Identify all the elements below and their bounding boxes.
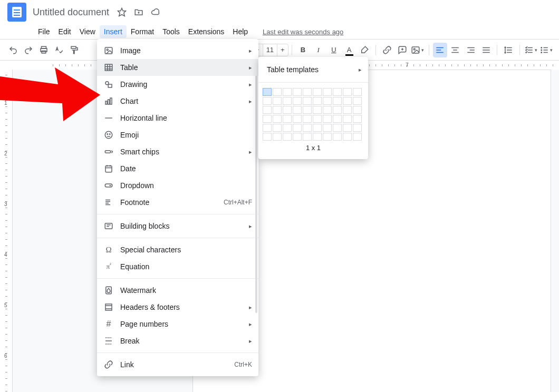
table-grid-cell[interactable]	[283, 97, 292, 105]
insert-image-button[interactable]: ▾	[410, 43, 425, 57]
align-left-button[interactable]	[433, 43, 447, 57]
text-color-button[interactable]: A	[342, 43, 356, 57]
table-grid-cell[interactable]	[353, 97, 362, 105]
table-grid-cell[interactable]	[273, 88, 282, 96]
font-size-increase[interactable]: +	[277, 46, 288, 54]
table-grid-cell[interactable]	[323, 88, 332, 96]
table-grid-cell[interactable]	[343, 133, 352, 141]
table-grid-cell[interactable]	[353, 115, 362, 123]
table-grid-cell[interactable]	[263, 97, 272, 105]
table-grid-cell[interactable]	[333, 124, 342, 132]
print-button[interactable]	[36, 43, 51, 57]
insert-menu-item[interactable]: Smart chips▸	[97, 143, 258, 160]
table-grid-cell[interactable]	[343, 124, 352, 132]
table-grid-cell[interactable]	[313, 115, 322, 123]
add-comment-button[interactable]	[395, 43, 409, 57]
move-to-folder-icon[interactable]	[132, 7, 145, 17]
table-grid-cell[interactable]	[343, 88, 352, 96]
table-grid-cell[interactable]	[313, 133, 322, 141]
menu-insert[interactable]: Insert	[100, 25, 127, 38]
checklist-button[interactable]: ▾	[524, 43, 538, 57]
table-grid-cell[interactable]	[313, 124, 322, 132]
table-grid-cell[interactable]	[323, 115, 332, 123]
table-grid-cell[interactable]	[343, 97, 352, 105]
menu-tools[interactable]: Tools	[158, 25, 184, 38]
underline-button[interactable]: U	[326, 43, 341, 57]
table-grid-cell[interactable]	[283, 115, 292, 123]
table-grid-cell[interactable]	[283, 133, 292, 141]
document-title[interactable]: Untitled document	[33, 7, 109, 18]
line-spacing-button[interactable]	[501, 43, 515, 57]
table-grid-cell[interactable]	[273, 133, 282, 141]
table-grid-cell[interactable]	[303, 124, 312, 132]
insert-menu-item[interactable]: #Page numbers▸	[97, 316, 258, 332]
table-grid-cell[interactable]	[303, 106, 312, 114]
menu-edit[interactable]: Edit	[54, 25, 75, 38]
insert-menu-item[interactable]: Building blocks▸	[97, 218, 258, 234]
table-grid-cell[interactable]	[273, 115, 282, 123]
table-grid-cell[interactable]	[263, 133, 272, 141]
table-grid-cell[interactable]	[273, 124, 282, 132]
table-grid-cell[interactable]	[343, 115, 352, 123]
undo-button[interactable]	[6, 43, 20, 57]
insert-menu-item[interactable]: Chart▸	[97, 93, 258, 110]
table-grid-cell[interactable]	[333, 115, 342, 123]
insert-menu-item[interactable]: FootnoteCtrl+Alt+F	[97, 194, 258, 211]
table-grid-cell[interactable]	[283, 124, 292, 132]
insert-menu-item[interactable]: LinkCtrl+K	[97, 356, 258, 373]
insert-menu-item[interactable]: Drawing▸	[97, 76, 258, 93]
insert-link-button[interactable]	[380, 43, 394, 57]
align-right-button[interactable]	[464, 43, 478, 57]
table-grid-cell[interactable]	[343, 106, 352, 114]
spellcheck-button[interactable]	[52, 43, 66, 57]
menu-help[interactable]: Help	[228, 25, 252, 38]
table-grid-cell[interactable]	[303, 115, 312, 123]
insert-menu-item[interactable]: Table▸	[97, 59, 258, 76]
table-grid-cell[interactable]	[283, 88, 292, 96]
table-grid-cell[interactable]	[333, 97, 342, 105]
insert-menu-item[interactable]: Date	[97, 160, 258, 177]
table-grid-cell[interactable]	[353, 133, 362, 141]
italic-button[interactable]: I	[311, 43, 325, 57]
table-grid-cell[interactable]	[353, 106, 362, 114]
table-grid-cell[interactable]	[263, 106, 272, 114]
table-grid-cell[interactable]	[333, 88, 342, 96]
insert-menu-item[interactable]: Watermark	[97, 282, 258, 299]
insert-menu-item[interactable]: Emoji	[97, 126, 258, 143]
insert-menu-item[interactable]: ΩSpecial characters	[97, 241, 258, 258]
table-grid-cell[interactable]	[353, 124, 362, 132]
menu-view[interactable]: View	[75, 25, 100, 38]
insert-menu-item[interactable]: Headers & footers▸	[97, 299, 258, 316]
highlight-color-button[interactable]	[358, 43, 372, 57]
document-outline-button[interactable]	[19, 84, 30, 95]
table-grid-cell[interactable]	[333, 133, 342, 141]
table-grid-cell[interactable]	[323, 133, 332, 141]
table-grid-cell[interactable]	[283, 106, 292, 114]
table-grid-cell[interactable]	[303, 133, 312, 141]
table-grid-cell[interactable]	[313, 97, 322, 105]
table-grid-cell[interactable]	[263, 88, 272, 96]
insert-menu-item[interactable]: Horizontal line	[97, 110, 258, 126]
table-grid-cell[interactable]	[263, 124, 272, 132]
table-grid-cell[interactable]	[273, 97, 282, 105]
docs-logo[interactable]	[7, 3, 26, 22]
insert-menu-item[interactable]: Image▸	[97, 42, 258, 59]
menu-extensions[interactable]: Extensions	[184, 25, 228, 38]
table-grid-cell[interactable]	[303, 88, 312, 96]
font-size-value[interactable]: 11	[263, 44, 277, 56]
menu-format[interactable]: Format	[127, 25, 158, 38]
redo-button[interactable]	[21, 43, 35, 57]
table-grid-cell[interactable]	[353, 88, 362, 96]
table-grid-cell[interactable]	[313, 106, 322, 114]
table-grid-cell[interactable]	[303, 97, 312, 105]
table-grid-cell[interactable]	[263, 115, 272, 123]
table-grid-cell[interactable]	[333, 106, 342, 114]
table-grid-cell[interactable]	[293, 88, 302, 96]
star-icon[interactable]	[115, 7, 128, 17]
table-grid-cell[interactable]	[323, 124, 332, 132]
align-justify-button[interactable]	[479, 43, 493, 57]
table-grid-cell[interactable]	[293, 97, 302, 105]
table-grid-cell[interactable]	[293, 124, 302, 132]
table-grid-cell[interactable]	[293, 106, 302, 114]
menu-file[interactable]: File	[34, 25, 54, 38]
